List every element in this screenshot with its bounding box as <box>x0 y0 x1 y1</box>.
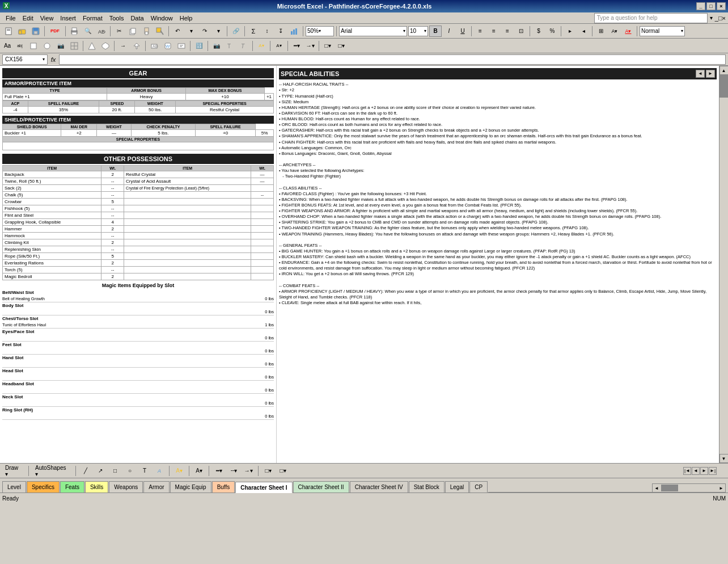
formula-input[interactable] <box>59 54 726 65</box>
tab-level[interactable]: Level <box>2 481 26 493</box>
autoshapes-btn[interactable]: AutoShapes ▾ <box>32 465 72 477</box>
tb2-btn6[interactable] <box>68 40 81 52</box>
align-right-btn[interactable]: ≡ <box>501 26 514 37</box>
tab-first[interactable]: |◄ <box>683 467 691 475</box>
tb2-btn8[interactable] <box>99 40 112 52</box>
format-painter-btn[interactable] <box>154 26 166 37</box>
nav-right[interactable]: ► <box>706 70 715 78</box>
menu-file[interactable]: File <box>2 14 19 23</box>
h-scroll-track[interactable] <box>661 484 717 492</box>
bold-btn[interactable]: B <box>429 26 442 37</box>
h-scroll-right[interactable]: ► <box>717 484 725 492</box>
menu-insert[interactable]: Insert <box>57 14 79 23</box>
increase-indent-btn[interactable]: ▸ <box>564 26 576 37</box>
help-search-box[interactable]: Type a question for help <box>594 13 708 23</box>
fill-color-btn[interactable]: A▾ <box>608 26 621 37</box>
tb2-fill-btn[interactable]: A▾ <box>255 40 268 52</box>
align-left-btn[interactable]: ≡ <box>474 26 486 37</box>
scroll-track[interactable] <box>719 75 728 454</box>
minimize-button[interactable]: _ <box>696 2 705 10</box>
undo-dropdown[interactable]: ▾ <box>185 26 197 37</box>
borders-btn[interactable]: ⊞ <box>595 26 607 37</box>
tb2-btn9[interactable]: → <box>117 40 129 52</box>
print-btn[interactable] <box>68 26 81 37</box>
dash-style-btn[interactable]: ╌▾ <box>227 465 240 477</box>
menu-tools[interactable]: Tools <box>106 14 128 23</box>
chart-btn[interactable] <box>288 26 300 37</box>
h-scroll-thumb[interactable] <box>661 485 678 491</box>
tab-char-sheet-2[interactable]: Character Sheet II <box>293 481 349 493</box>
tab-magic-equip[interactable]: Magic Equip <box>170 481 211 493</box>
scroll-thumb[interactable] <box>719 75 728 98</box>
tb2-btn1[interactable]: Aa <box>2 40 12 52</box>
tb2-btn16[interactable]: T <box>238 40 250 52</box>
tb2-btn5[interactable]: 📷 <box>54 40 67 52</box>
font-size-box[interactable]: 10 ▾ <box>408 26 428 36</box>
tab-buffs[interactable]: Buffs <box>212 481 235 493</box>
shadow-style-btn[interactable]: □▾ <box>262 465 274 477</box>
tb2-btn11[interactable]: ABC <box>148 40 160 52</box>
tb2-arrow-btn[interactable]: →▾ <box>304 40 316 52</box>
spellcheck-btn[interactable]: ABC <box>95 26 108 37</box>
menu-format[interactable]: Format <box>79 14 106 23</box>
menu-edit[interactable]: Edit <box>19 14 37 23</box>
tb2-shadow-btn[interactable]: □▾ <box>321 40 334 52</box>
redo-btn[interactable]: ↷ <box>198 26 211 37</box>
fill-btn[interactable]: A▾ <box>173 465 185 477</box>
line-style-btn[interactable]: ━▾ <box>213 465 225 477</box>
text-tool[interactable]: T <box>138 465 151 477</box>
wordart-tool[interactable]: A <box>153 465 166 477</box>
tab-skills[interactable]: Skills <box>85 481 108 493</box>
tab-weapons[interactable]: Weapons <box>109 481 143 493</box>
window-controls[interactable]: _ □ × <box>696 2 726 10</box>
open-btn[interactable] <box>16 26 28 37</box>
scroll-down-btn[interactable]: ▼ <box>719 454 729 463</box>
h-scrollbar[interactable]: ◄ ► <box>652 483 726 493</box>
merge-btn[interactable]: ⊡ <box>515 26 527 37</box>
tb2-camera-btn[interactable]: 📷 <box>210 40 223 52</box>
sort-desc-btn[interactable]: ↧ <box>274 26 287 37</box>
menu-window[interactable]: Window <box>147 14 176 23</box>
maximize-button[interactable]: □ <box>706 2 716 10</box>
nav-arrows[interactable]: ◄ ► <box>696 70 715 78</box>
tab-next[interactable]: ► <box>700 467 708 475</box>
tb2-btn3[interactable] <box>27 40 40 52</box>
style-box[interactable]: Normal ▾ <box>640 26 685 36</box>
decrease-indent-btn[interactable]: ◂ <box>577 26 590 37</box>
tb2-btn12[interactable]: W <box>162 40 174 52</box>
nav-left[interactable]: ◄ <box>696 70 705 78</box>
paste-btn[interactable] <box>140 26 153 37</box>
oval-tool[interactable]: ○ <box>124 465 136 477</box>
arrow-style-btn[interactable]: →▾ <box>242 465 255 477</box>
line-tool[interactable]: ╱ <box>79 465 92 477</box>
tb2-btn4[interactable] <box>41 40 53 52</box>
arrow-tool[interactable]: ↗ <box>94 465 107 477</box>
italic-btn[interactable]: I <box>443 26 455 37</box>
draw-btn[interactable]: Draw ▾ <box>2 465 25 477</box>
redo-dropdown[interactable]: ▾ <box>212 26 225 37</box>
undo-btn[interactable]: ↶ <box>171 26 184 37</box>
3d-style-btn[interactable]: □▾ <box>277 465 289 477</box>
new-btn[interactable] <box>2 26 15 37</box>
tab-specifics[interactable]: Specifics <box>27 481 60 493</box>
tb2-btn14[interactable]: 🔢 <box>193 40 205 52</box>
help-search-btn[interactable]: ▾ <box>708 15 715 21</box>
tb2-btn2[interactable]: ab| <box>14 40 26 52</box>
autosum-btn[interactable]: Σ <box>247 26 260 37</box>
tab-legal[interactable]: Legal <box>445 481 469 493</box>
vertical-scrollbar[interactable]: ▲ ▼ <box>719 66 728 463</box>
save-btn[interactable] <box>29 26 42 37</box>
line-color-btn2[interactable]: A▾ <box>193 465 205 477</box>
close-button[interactable]: × <box>717 2 726 10</box>
preview-btn[interactable]: 🔍 <box>82 26 94 37</box>
pdf-btn[interactable]: PDF <box>47 26 63 37</box>
name-box[interactable]: CX156 ▾ <box>2 54 48 65</box>
hyperlink-btn[interactable]: 🔗 <box>230 26 242 37</box>
tab-armor[interactable]: Armor <box>143 481 169 493</box>
menu-data[interactable]: Data <box>127 14 147 23</box>
tab-stat-block[interactable]: Stat Block <box>409 481 445 493</box>
tb2-dash-btn[interactable]: ━▾ <box>290 40 303 52</box>
sort-asc-btn[interactable]: ↕ <box>261 26 273 37</box>
scroll-up-btn[interactable]: ▲ <box>719 66 729 75</box>
rect-tool[interactable]: □ <box>109 465 121 477</box>
